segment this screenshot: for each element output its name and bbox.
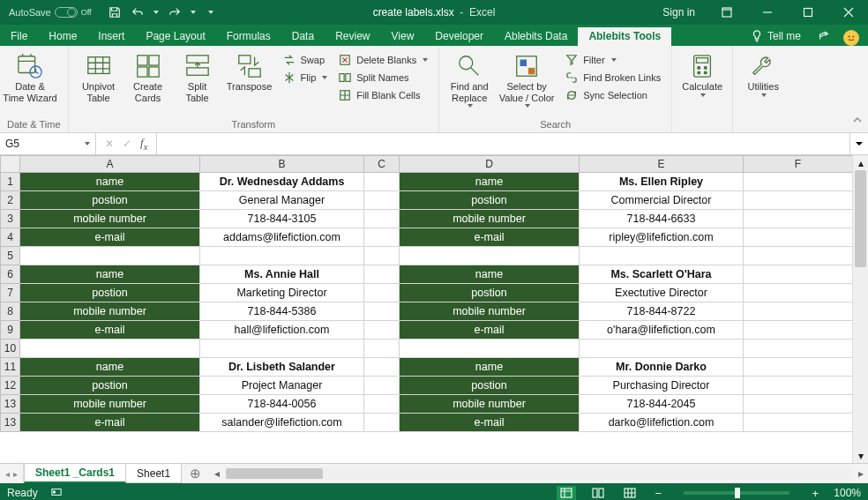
filter-button[interactable]: Filter — [561, 52, 664, 68]
cell[interactable]: postion — [20, 191, 200, 210]
cell[interactable] — [744, 321, 853, 340]
split-names-button[interactable]: Split Names — [334, 70, 431, 86]
cell[interactable]: mobile number — [20, 210, 200, 228]
cell[interactable] — [580, 340, 744, 358]
scrollbar-thumb[interactable] — [855, 170, 866, 267]
view-page-layout-icon[interactable] — [588, 486, 608, 500]
row-header[interactable]: 3 — [1, 210, 20, 228]
zoom-in-button[interactable]: + — [809, 487, 821, 500]
sign-in-button[interactable]: Sign in — [652, 6, 706, 19]
horizontal-scrollbar[interactable]: ◂ ▸ — [209, 464, 868, 483]
cell[interactable]: hall@lifefiction.com — [200, 321, 364, 340]
cell[interactable]: postion — [400, 191, 580, 210]
col-header[interactable]: C — [364, 156, 400, 173]
cell[interactable]: Mr. Donnie Darko — [580, 358, 744, 377]
cell[interactable] — [364, 395, 400, 414]
col-header[interactable]: B — [200, 156, 364, 173]
cell[interactable]: name — [20, 173, 200, 191]
cell[interactable]: mobile number — [400, 210, 580, 228]
cell[interactable] — [364, 302, 400, 321]
cell[interactable]: name — [400, 358, 580, 377]
redo-button[interactable] — [168, 5, 182, 19]
row-header[interactable]: 12 — [1, 377, 20, 395]
cell[interactable]: General Manager — [200, 191, 364, 210]
cell[interactable] — [364, 358, 400, 377]
cell[interactable] — [744, 265, 853, 284]
row-header[interactable]: 13 — [1, 395, 20, 414]
zoom-out-button[interactable]: − — [652, 487, 664, 500]
row-header[interactable]: 9 — [1, 321, 20, 340]
cell[interactable]: addams@lifefiction.com — [200, 228, 364, 247]
cell[interactable] — [744, 302, 853, 321]
cell[interactable]: 718-844-3105 — [200, 210, 364, 228]
row-header[interactable]: 5 — [1, 247, 20, 265]
tab-ablebits-data[interactable]: Ablebits Data — [494, 27, 578, 46]
cell[interactable] — [744, 191, 853, 210]
cell[interactable]: e-mail — [20, 228, 200, 247]
sheet-nav[interactable]: ◂▸ — [0, 464, 24, 483]
cell[interactable] — [744, 247, 853, 265]
find-broken-links-button[interactable]: Find Broken Links — [561, 70, 664, 86]
cell[interactable] — [364, 191, 400, 210]
cell[interactable]: e-mail — [400, 321, 580, 340]
select-by-value-color-button[interactable]: Select by Value / Color — [496, 49, 557, 108]
cell[interactable] — [744, 395, 853, 414]
feedback-smiley-icon[interactable] — [843, 30, 859, 46]
col-header[interactable]: D — [400, 156, 580, 173]
cell[interactable]: Purchasing Director — [580, 377, 744, 395]
cell[interactable]: Dr. Lisbeth Salander — [200, 358, 364, 377]
cell[interactable]: Ms. Annie Hall — [200, 265, 364, 284]
cell[interactable]: Exectutive Director — [580, 284, 744, 302]
redo-dropdown-icon[interactable] — [191, 11, 196, 14]
cell[interactable]: 718-844-0056 — [200, 395, 364, 414]
cell[interactable]: e-mail — [400, 228, 580, 247]
cell[interactable]: postion — [400, 377, 580, 395]
scroll-down-icon[interactable]: ▾ — [853, 448, 868, 463]
unpivot-table-button[interactable]: Unpivot Table — [76, 49, 122, 103]
cell[interactable]: 718-844-8722 — [580, 302, 744, 321]
cell[interactable]: e-mail — [20, 414, 200, 432]
cell[interactable]: Ms. Ellen Ripley — [580, 173, 744, 191]
tell-me-button[interactable]: Tell me — [742, 26, 810, 46]
select-all-corner[interactable] — [1, 156, 20, 173]
vertical-scrollbar[interactable]: ▴ ▾ — [852, 155, 868, 463]
cell[interactable]: name — [20, 358, 200, 377]
scroll-right-icon[interactable]: ▸ — [853, 466, 868, 481]
row-header[interactable]: 6 — [1, 265, 20, 284]
col-header[interactable]: A — [20, 156, 200, 173]
sheet-tab[interactable]: Sheet1 _Cards1 — [24, 464, 126, 483]
row-header[interactable]: 8 — [1, 302, 20, 321]
cell-grid[interactable]: A B C D E F 1nameDr. Wednesday Addamsnam… — [0, 155, 852, 463]
cell[interactable] — [364, 340, 400, 358]
split-table-button[interactable]: Split Table — [175, 49, 221, 103]
close-button[interactable] — [829, 0, 868, 25]
cell[interactable] — [364, 210, 400, 228]
cell[interactable] — [364, 321, 400, 340]
cell[interactable] — [364, 414, 400, 432]
sheet-tab[interactable]: Sheet1 — [125, 464, 182, 483]
cell[interactable]: name — [400, 173, 580, 191]
cell[interactable] — [580, 247, 744, 265]
cell[interactable]: Project Manager — [200, 377, 364, 395]
cell[interactable]: 718-844-5386 — [200, 302, 364, 321]
scroll-up-icon[interactable]: ▴ — [853, 155, 868, 170]
col-header[interactable]: E — [580, 156, 744, 173]
cell[interactable]: mobile number — [20, 395, 200, 414]
expand-formula-bar-icon[interactable] — [849, 133, 868, 154]
cell[interactable] — [364, 173, 400, 191]
tab-developer[interactable]: Developer — [424, 27, 494, 46]
tab-insert[interactable]: Insert — [87, 27, 135, 46]
tab-formulas[interactable]: Formulas — [216, 27, 281, 46]
cell[interactable]: e-mail — [400, 414, 580, 432]
share-button[interactable] — [810, 25, 838, 46]
cell[interactable]: Dr. Wednesday Addams — [200, 173, 364, 191]
cell[interactable] — [744, 228, 853, 247]
qat-customize-icon[interactable] — [208, 11, 213, 14]
row-header[interactable]: 7 — [1, 284, 20, 302]
cell[interactable] — [364, 228, 400, 247]
cell[interactable]: Marketing Director — [200, 284, 364, 302]
cell[interactable] — [744, 173, 853, 191]
date-time-wizard-button[interactable]: Date & Time Wizard — [7, 49, 53, 103]
cell[interactable] — [744, 340, 853, 358]
fx-icon[interactable]: fx — [140, 136, 147, 152]
